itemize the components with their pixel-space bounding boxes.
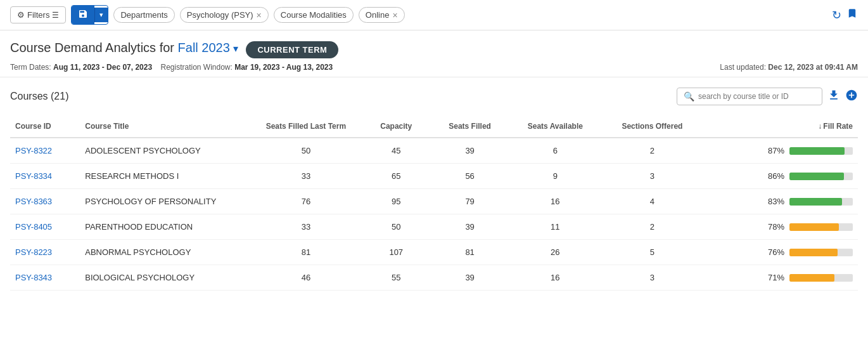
- fill-rate-cell: 83%: [703, 189, 858, 214]
- course-id-link[interactable]: PSY-8322: [15, 146, 52, 155]
- course-id-link[interactable]: PSY-8343: [15, 273, 52, 282]
- last-updated-value: Dec 12, 2023 at 09:41 AM: [768, 63, 858, 72]
- course-id-link[interactable]: PSY-8405: [15, 222, 52, 232]
- fill-rate-cell: 78%: [703, 214, 858, 240]
- refresh-icon[interactable]: ↻: [832, 8, 841, 22]
- search-input[interactable]: [698, 92, 815, 101]
- courses-header-right: 🔍: [677, 88, 858, 105]
- seats-filled-cell: 56: [431, 164, 508, 189]
- filters-label: Filters: [27, 10, 49, 20]
- filter-chip[interactable]: Psychology (PSY)×: [180, 7, 269, 23]
- capacity-cell: 107: [361, 240, 431, 265]
- col-header-course-title: Course Title: [80, 115, 250, 138]
- col-header-course-id: Course ID: [10, 115, 80, 138]
- save-icon: [78, 9, 88, 19]
- table-row: PSY-8334 RESEARCH METHODS I 33 65 56 9 3…: [10, 164, 858, 189]
- seats-filled-cell: 39: [431, 265, 508, 291]
- fill-pct-label: 83%: [765, 197, 784, 206]
- filter-bar-right: ↻: [832, 8, 858, 22]
- fill-pct-label: 78%: [765, 222, 784, 232]
- chip-close-icon[interactable]: ×: [392, 11, 397, 20]
- course-id-cell: PSY-8343: [10, 265, 80, 291]
- seats-available-cell: 16: [509, 189, 602, 214]
- seats-filled-cell: 39: [431, 214, 508, 240]
- fill-rate-bar-container: [789, 249, 853, 256]
- chip-label: Psychology (PSY): [187, 10, 253, 20]
- sections-offered-cell: 4: [602, 189, 703, 214]
- filter-chip[interactable]: Online×: [359, 7, 405, 23]
- save-dropdown-button[interactable]: ▾: [94, 8, 108, 22]
- date-info: Term Dates: Aug 11, 2023 - Dec 07, 2023 …: [10, 63, 333, 72]
- download-button[interactable]: [827, 89, 840, 105]
- last-updated: Last updated: Dec 12, 2023 at 09:41 AM: [720, 63, 858, 72]
- chip-close-icon[interactable]: ×: [257, 11, 262, 20]
- term-link[interactable]: Fall 2023: [178, 41, 230, 55]
- fill-rate-cell: 71%: [703, 265, 858, 291]
- chip-label: Online: [366, 10, 390, 20]
- fill-rate-bar: [789, 223, 839, 231]
- fill-pct-label: 86%: [765, 171, 784, 181]
- course-title-cell: RESEARCH METHODS I: [80, 164, 250, 189]
- term-dropdown-icon[interactable]: ▾: [233, 43, 238, 54]
- fill-rate-bar: [789, 274, 834, 282]
- table-row: PSY-8223 ABNORMAL PSYCHOLOGY 81 107 81 2…: [10, 240, 858, 265]
- fill-rate-bar-container: [789, 198, 853, 206]
- term-dates: Aug 11, 2023 - Dec 07, 2023: [53, 63, 152, 72]
- course-id-link[interactable]: PSY-8334: [15, 171, 52, 181]
- col-header-capacity: Capacity: [361, 115, 431, 138]
- table-row: PSY-8343 BIOLOGICAL PSYCHOLOGY 46 55 39 …: [10, 265, 858, 291]
- seats-last-term-cell: 46: [251, 265, 362, 291]
- capacity-cell: 65: [361, 164, 431, 189]
- fill-rate-cell: 87%: [703, 138, 858, 164]
- capacity-cell: 45: [361, 138, 431, 164]
- seats-available-cell: 6: [509, 138, 602, 164]
- filter-bar: ⚙ Filters ☰ ▾ DepartmentsPsychology (PSY…: [0, 0, 868, 30]
- seats-available-cell: 26: [509, 240, 602, 265]
- seats-last-term-cell: 76: [251, 189, 362, 214]
- seats-last-term-cell: 50: [251, 138, 362, 164]
- sections-offered-cell: 3: [602, 265, 703, 291]
- sort-down-icon[interactable]: ↓: [818, 122, 822, 131]
- filters-button[interactable]: ⚙ Filters ☰: [10, 6, 66, 23]
- seats-last-term-cell: 33: [251, 164, 362, 189]
- fill-rate-bar: [789, 198, 842, 206]
- bookmark-icon[interactable]: [846, 8, 858, 22]
- courses-title: Courses (21): [10, 91, 68, 102]
- fill-rate-bar: [789, 147, 845, 155]
- courses-section: Courses (21) 🔍 Course ID Course Title Se…: [0, 77, 868, 301]
- seats-last-term-cell: 33: [251, 214, 362, 240]
- col-header-seats-filled: Seats Filled: [431, 115, 508, 138]
- fill-pct-label: 87%: [765, 146, 784, 155]
- add-button[interactable]: [845, 89, 858, 105]
- last-updated-label: Last updated:: [720, 63, 766, 72]
- search-icon: 🔍: [684, 91, 694, 101]
- chip-label: Course Modalities: [281, 10, 347, 20]
- sections-offered-cell: 5: [602, 240, 703, 265]
- filter-bar-left: ⚙ Filters ☰ ▾ DepartmentsPsychology (PSY…: [10, 5, 405, 25]
- table-row: PSY-8363 PSYCHOLOGY OF PERSONALITY 76 95…: [10, 189, 858, 214]
- course-id-cell: PSY-8223: [10, 240, 80, 265]
- col-header-seats-available: Seats Available: [509, 115, 602, 138]
- page-title: Course Demand Analytics for Fall 2023 ▾: [10, 41, 238, 55]
- course-title-cell: BIOLOGICAL PSYCHOLOGY: [80, 265, 250, 291]
- course-id-cell: PSY-8363: [10, 189, 80, 214]
- col-header-seats-last-term: Seats Filled Last Term: [251, 115, 362, 138]
- save-main-button[interactable]: [72, 6, 94, 24]
- courses-header: Courses (21) 🔍: [10, 88, 858, 105]
- fill-rate-bar-container: [789, 223, 853, 231]
- header-dates-row: Term Dates: Aug 11, 2023 - Dec 07, 2023 …: [10, 63, 858, 72]
- chips-container: DepartmentsPsychology (PSY)×Course Modal…: [113, 7, 404, 23]
- course-title-cell: PARENTHOOD EDUCATION: [80, 214, 250, 240]
- fill-pct-label: 71%: [765, 273, 784, 282]
- reg-window: Mar 19, 2023 - Aug 13, 2023: [234, 63, 333, 72]
- term-dates-label: Term Dates:: [10, 63, 51, 72]
- course-id-link[interactable]: PSY-8223: [15, 247, 52, 257]
- course-title-cell: PSYCHOLOGY OF PERSONALITY: [80, 189, 250, 214]
- seats-available-cell: 11: [509, 214, 602, 240]
- seats-filled-cell: 81: [431, 240, 508, 265]
- col-header-sections-offered: Sections Offered: [602, 115, 703, 138]
- course-id-link[interactable]: PSY-8363: [15, 197, 52, 206]
- seats-available-cell: 9: [509, 164, 602, 189]
- course-id-cell: PSY-8322: [10, 138, 80, 164]
- fill-rate-bar: [789, 249, 838, 256]
